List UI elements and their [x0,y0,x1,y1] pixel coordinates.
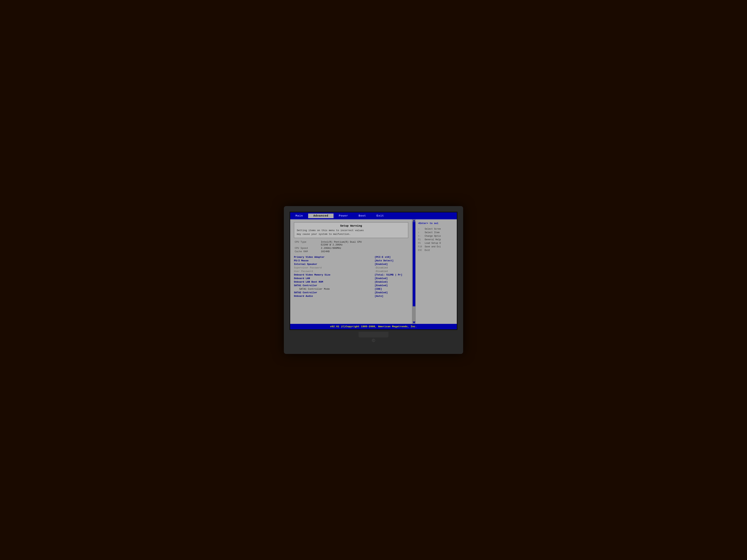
setting-row-sata1-controller-mode[interactable]: SATA1 Controller Mode [IDE] [294,288,408,291]
help-panel: <Enter> to sel ↔ Select Scree ↕ Select I… [416,219,457,324]
value-ps2-mouse: [Auto Detect] [375,259,408,262]
warning-box: Setup Warning Setting items on this menu… [294,222,408,238]
status-bar: v02.61 (C)Copyright 1985-2008, American … [290,324,457,329]
help-key-updown: ↕ [418,231,425,234]
setting-row-sata1-controller[interactable]: SATA1 Controller [Enabled] [294,284,408,287]
help-row-f10: F10 Save and Exi [418,245,455,248]
label-onboard-audio: Onboard Audio [294,295,375,297]
menu-item-advanced[interactable]: Advanced [308,214,334,218]
setting-row-onboard-audio[interactable]: Onboard Audio [Auto] [294,295,408,298]
monitor-stand [359,332,388,338]
cache-ram-label: Cache RAM [295,250,321,253]
menu-item-main[interactable]: Main [290,214,308,218]
label-onboard-lan: Onboard LAN [294,277,375,280]
scroll-track[interactable] [413,222,415,321]
scrollbar[interactable] [412,219,416,324]
scroll-up-arrow[interactable] [413,220,415,221]
help-key-esc: ESC [418,249,425,251]
help-desc-change-option: Change Optio [425,235,455,237]
setting-row-primary-video[interactable]: Primary Video Adapter [PCI-E x16] [294,256,408,259]
value-onboard-video-mem: [Total: 512MB | Pr] [375,273,408,276]
value-onboard-lan: [Enabled] [375,277,408,280]
cpu-speed-label: CPU Speed [295,247,321,249]
value-user-password: :Disabled [375,270,408,273]
cache-ram-value: 1024KB [321,250,330,253]
help-row-select-screen: ↔ Select Scree [418,228,455,230]
warning-line1: Setting items on this menu to incorrect … [297,229,364,232]
cpu-type-label: CPU Type [295,241,321,246]
menu-bar: Main Advanced Power Boot Exit [290,212,457,219]
help-key-f5: F5 [418,242,425,244]
monitor-screen: Main Advanced Power Boot Exit Setup Warn… [289,212,458,330]
help-enter-text: <Enter> to sel [418,222,455,225]
cpu-type-row: CPU Type Intel(R) Pentium(R) Dual CPU E2… [295,241,408,246]
setting-row-onboard-lan-boot[interactable]: Onboard LAN Boot ROM [Enabled] [294,281,408,284]
help-row-select-item: ↕ Select Item [418,231,455,234]
label-sata1-controller: SATA1 Controller [294,284,375,287]
scroll-thumb[interactable] [413,306,415,321]
menu-item-power[interactable]: Power [334,214,353,218]
help-key-arrows: ↔ [418,228,425,230]
value-onboard-lan-boot: [Enabled] [375,281,408,283]
monitor-outer: Main Advanced Power Boot Exit Setup Warn… [284,206,463,354]
setting-row-onboard-video-mem[interactable]: Onboard Video Memory Size [Total: 512MB … [294,273,408,276]
monitor-base [289,332,458,338]
label-ps2-mouse: PS/2 Mouse [294,259,375,262]
label-onboard-lan-boot: Onboard LAN Boot ROM [294,281,375,283]
help-row-change-option: +- Change Optio [418,235,455,237]
main-panel: Setup Warning Setting items on this menu… [290,219,412,324]
help-enter-section: <Enter> to sel [418,222,455,225]
value-supervisor-password: :Disabled [375,266,408,269]
help-desc-f10: Save and Exi [425,245,455,248]
cpu-speed-value: 2.20GHz/800MHz [321,247,341,249]
menu-item-exit[interactable]: Exit [371,214,389,218]
help-key-f1: F1 [418,238,425,241]
label-onboard-video-mem: Onboard Video Memory Size [294,273,375,276]
cache-ram-row: Cache RAM 1024KB [295,250,408,253]
label-sata2-controller: SATA2 Controller [294,291,375,294]
help-desc-esc: Exit [425,249,455,251]
bios-container: Main Advanced Power Boot Exit Setup Warn… [290,212,457,329]
value-primary-video: [PCI-E x16] [375,256,408,259]
help-desc-f5: Load Setup D [425,242,455,244]
label-internal-speaker: Internal Speaker [294,263,375,266]
hp-logo: Ⓒ [289,338,458,343]
label-sata1-controller-mode: SATA1 Controller Mode [294,288,375,290]
warning-line2: may cause your system to malfunction. [297,233,351,236]
cpu-info-section: CPU Type Intel(R) Pentium(R) Dual CPU E2… [294,241,408,253]
setting-row-sata2-controller[interactable]: SATA2 Controller [Enabled] [294,291,408,294]
help-desc-select-screen: Select Scree [425,228,455,230]
value-internal-speaker: [Enabled] [375,263,408,266]
help-key-plusminus: +- [418,235,425,237]
label-primary-video: Primary Video Adapter [294,256,375,259]
label-supervisor-password: Supervisor Password [294,266,375,269]
cpu-speed-row: CPU Speed 2.20GHz/800MHz [295,247,408,249]
help-key-f10: F10 [418,245,425,248]
warning-text: Setting items on this menu to incorrect … [297,229,406,236]
settings-section: Primary Video Adapter [PCI-E x16] PS/2 M… [294,256,408,298]
help-keys-section: ↔ Select Scree ↕ Select Item +- Change O… [418,228,455,251]
setting-row-user-password[interactable]: User Password :Disabled [294,270,408,273]
content-area: Setup Warning Setting items on this menu… [290,219,457,324]
help-desc-select-item: Select Item [425,231,455,234]
value-onboard-audio: [Auto] [375,295,408,297]
value-sata1-controller-mode: [IDE] [375,288,408,290]
help-row-f1: F1 General Help [418,238,455,241]
setting-row-internal-speaker[interactable]: Internal Speaker [Enabled] [294,263,408,266]
menu-item-boot[interactable]: Boot [353,214,371,218]
help-row-f5: F5 Load Setup D [418,242,455,244]
setting-row-ps2-mouse[interactable]: PS/2 Mouse [Auto Detect] [294,259,408,262]
value-sata1-controller: [Enabled] [375,284,408,287]
help-desc-f1: General Help [425,238,455,241]
cpu-type-value: Intel(R) Pentium(R) Dual CPU E2200 @ 2.2… [321,241,362,246]
scroll-down-arrow[interactable] [413,322,415,323]
setting-row-supervisor-password[interactable]: Supervisor Password :Disabled [294,266,408,269]
help-row-esc: ESC Exit [418,249,455,251]
warning-title: Setup Warning [297,224,406,228]
value-sata2-controller: [Enabled] [375,291,408,294]
label-user-password: User Password [294,270,375,273]
setting-row-onboard-lan[interactable]: Onboard LAN [Enabled] [294,277,408,280]
